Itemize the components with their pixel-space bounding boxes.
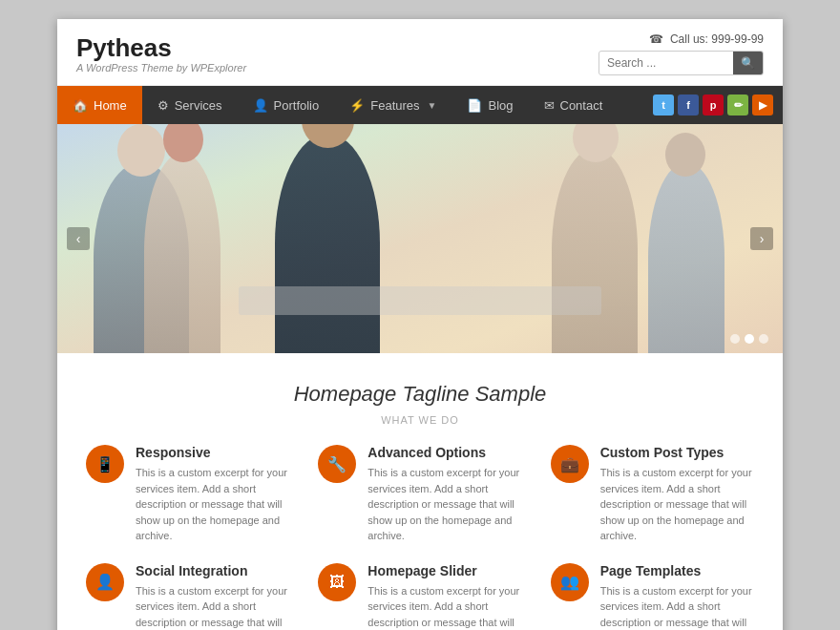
site-header: Pytheas A WordPress Theme by WPExplorer … xyxy=(57,19,783,86)
tagline-section: Homepage Tagline Sample WHAT WE DO xyxy=(86,382,754,426)
home-icon: 🏠 xyxy=(73,98,88,113)
service-item-advanced-options: 🔧 Advanced Options This is a custom exce… xyxy=(318,445,521,544)
service-title-advanced: Advanced Options xyxy=(368,445,521,460)
social-edit-icon[interactable]: ✏ xyxy=(727,94,748,116)
search-bar: 🔍 xyxy=(598,51,764,75)
service-item-page-templates: 👥 Page Templates This is a custom excerp… xyxy=(551,563,754,631)
envelope-icon: ✉ xyxy=(544,98,555,113)
hero-next-button[interactable]: › xyxy=(750,227,773,250)
social-facebook-icon[interactable]: f xyxy=(678,94,699,116)
hero-slider: ‹ › xyxy=(57,124,783,353)
site-title: Pytheas xyxy=(76,34,246,62)
hero-dots xyxy=(730,334,768,344)
hero-dot-3[interactable] xyxy=(759,334,768,344)
site-wrapper: Pytheas A WordPress Theme by WPExplorer … xyxy=(57,19,783,630)
service-title-custom-post: Custom Post Types xyxy=(600,445,754,460)
search-input[interactable] xyxy=(599,52,733,74)
nav-item-home[interactable]: 🏠 Home xyxy=(57,86,142,124)
service-item-custom-post: 💼 Custom Post Types This is a custom exc… xyxy=(551,445,754,544)
bolt-icon: ⚡ xyxy=(349,98,365,113)
social-pinterest-icon[interactable]: p xyxy=(703,94,724,116)
nav-item-blog[interactable]: 📄 Blog xyxy=(452,86,528,124)
service-desc-advanced: This is a custom excerpt for your servic… xyxy=(368,465,521,544)
service-title-slider: Homepage Slider xyxy=(368,563,521,578)
hero-dot-2[interactable] xyxy=(745,334,754,344)
service-desc-custom-post: This is a custom excerpt for your servic… xyxy=(600,465,754,544)
service-icon-social: 👤 xyxy=(86,563,124,601)
nav-item-services[interactable]: ⚙ Services xyxy=(142,86,238,124)
hero-dot-1[interactable] xyxy=(730,334,740,344)
service-desc-slider: This is a custom excerpt for your servic… xyxy=(368,583,521,631)
tagline-title: Homepage Tagline Sample xyxy=(86,382,754,407)
social-rss-icon[interactable]: ▶ xyxy=(752,94,773,116)
tagline-subtitle: WHAT WE DO xyxy=(86,414,754,426)
chevron-down-icon: ▼ xyxy=(428,100,437,111)
site-subtitle: A WordPress Theme by WPExplorer xyxy=(76,62,246,74)
call-us: ☎ Call us: 999-99-99 xyxy=(649,32,764,46)
person-icon: 👤 xyxy=(253,98,268,113)
branding: Pytheas A WordPress Theme by WPExplorer xyxy=(76,34,246,74)
service-icon-custom-post: 💼 xyxy=(551,445,589,483)
social-twitter-icon[interactable]: t xyxy=(653,94,674,116)
service-icon-page-templates: 👥 xyxy=(551,563,589,601)
search-button[interactable]: 🔍 xyxy=(733,52,763,74)
service-item-responsive: 📱 Responsive This is a custom excerpt fo… xyxy=(86,445,289,544)
hero-prev-button[interactable]: ‹ xyxy=(67,227,90,250)
main-content: Homepage Tagline Sample WHAT WE DO 📱 Res… xyxy=(57,353,783,630)
service-icon-responsive: 📱 xyxy=(86,445,124,483)
nav-item-portfolio[interactable]: 👤 Portfolio xyxy=(238,86,335,124)
service-desc-page-templates: This is a custom excerpt for your servic… xyxy=(600,583,754,631)
nav-item-contact[interactable]: ✉ Contact xyxy=(529,86,619,124)
service-title-social: Social Integration xyxy=(136,563,289,578)
document-icon: 📄 xyxy=(467,98,482,113)
site-nav: 🏠 Home ⚙ Services 👤 Portfolio ⚡ Features… xyxy=(57,86,783,124)
nav-left: 🏠 Home ⚙ Services 👤 Portfolio ⚡ Features… xyxy=(57,86,618,124)
service-desc-social: This is a custom excerpt for your servic… xyxy=(136,583,289,631)
header-right: ☎ Call us: 999-99-99 🔍 xyxy=(598,32,764,75)
service-item-slider: 🖼 Homepage Slider This is a custom excer… xyxy=(318,563,521,631)
services-grid: 📱 Responsive This is a custom excerpt fo… xyxy=(86,445,754,630)
service-item-social: 👤 Social Integration This is a custom ex… xyxy=(86,563,289,631)
service-icon-slider: 🖼 xyxy=(318,563,356,601)
phone-icon: ☎ xyxy=(649,32,663,46)
service-desc-responsive: This is a custom excerpt for your servic… xyxy=(136,465,289,544)
service-title-responsive: Responsive xyxy=(136,445,289,460)
nav-item-features[interactable]: ⚡ Features ▼ xyxy=(334,86,452,124)
gear-icon: ⚙ xyxy=(158,98,169,113)
service-icon-advanced: 🔧 xyxy=(318,445,356,483)
service-title-page-templates: Page Templates xyxy=(600,563,754,578)
social-icons: t f p ✏ ▶ xyxy=(643,86,783,124)
